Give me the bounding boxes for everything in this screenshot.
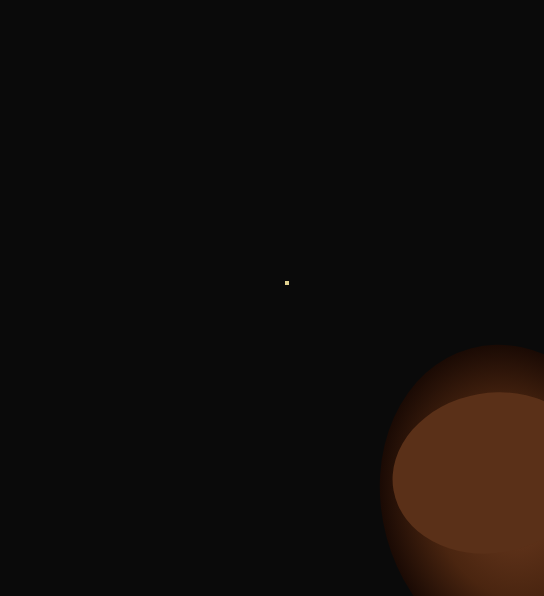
svg-point-0 bbox=[345, 315, 544, 596]
svg-point-1 bbox=[380, 377, 544, 569]
hand-illustration bbox=[312, 253, 544, 596]
